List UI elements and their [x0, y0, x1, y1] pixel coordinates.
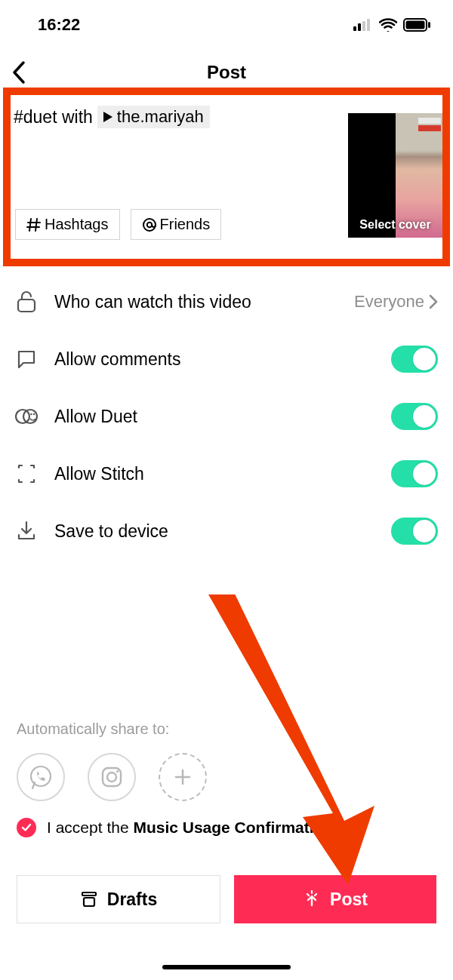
duet-label: Allow Duet: [54, 407, 374, 427]
stitch-icon: [15, 463, 38, 484]
whatsapp-icon: [28, 764, 54, 790]
post-button[interactable]: Post: [234, 875, 436, 923]
hashtags-button[interactable]: Hashtags: [15, 209, 120, 240]
mention-username: the.mariyah: [117, 107, 204, 127]
chip-row: Hashtags Friends: [15, 209, 221, 240]
cellular-icon: [353, 19, 373, 31]
header: Post: [0, 53, 453, 92]
comments-toggle[interactable]: [391, 346, 438, 373]
post-icon: [303, 890, 321, 908]
privacy-row[interactable]: Who can watch this video Everyone: [15, 273, 438, 330]
plus-icon: [173, 767, 193, 787]
stitch-toggle[interactable]: [391, 460, 438, 487]
drafts-icon: [80, 891, 98, 908]
save-toggle[interactable]: [391, 518, 438, 545]
wifi-icon: [379, 18, 397, 32]
status-bar: 16:22: [0, 0, 453, 41]
svg-point-13: [33, 413, 35, 415]
svg-point-17: [116, 770, 119, 773]
stitch-label: Allow Stitch: [54, 464, 374, 484]
page-title: Post: [207, 62, 246, 83]
comment-icon: [15, 349, 38, 369]
svg-rect-2: [362, 21, 365, 31]
home-indicator: [162, 965, 291, 969]
bottom-button-row: Drafts Post: [17, 875, 436, 923]
hashtags-label: Hashtags: [45, 216, 109, 233]
save-row[interactable]: Save to device: [15, 502, 438, 560]
svg-rect-0: [353, 26, 356, 31]
duet-row[interactable]: Allow Duet: [15, 388, 438, 445]
accept-checkbox[interactable]: [17, 818, 36, 837]
accept-text: I accept the Music Usage Confirmation: [47, 819, 333, 837]
friends-label: Friends: [160, 216, 211, 233]
privacy-value: Everyone: [354, 292, 438, 312]
drafts-label: Drafts: [107, 889, 157, 910]
svg-point-7: [143, 219, 156, 231]
comments-label: Allow comments: [54, 349, 374, 370]
settings-list: Who can watch this video Everyone Allow …: [15, 273, 438, 560]
caption-prefix: #duet with: [14, 107, 93, 127]
share-more-button[interactable]: [159, 753, 207, 801]
share-whatsapp-button[interactable]: [17, 753, 65, 801]
duet-toggle[interactable]: [391, 403, 438, 430]
mention-chip[interactable]: the.mariyah: [97, 106, 210, 128]
svg-rect-9: [18, 300, 35, 312]
svg-rect-19: [84, 898, 94, 906]
music-usage-confirmation-row[interactable]: I accept the Music Usage Confirmation: [17, 818, 333, 837]
stitch-row[interactable]: Allow Stitch: [15, 445, 438, 502]
lock-icon: [15, 290, 38, 313]
svg-rect-6: [428, 22, 430, 28]
auto-share-label: Automatically share to:: [17, 720, 169, 738]
svg-rect-18: [82, 892, 96, 896]
share-row: [17, 753, 207, 801]
save-label: Save to device: [54, 521, 374, 542]
back-button[interactable]: [11, 60, 27, 84]
drafts-button[interactable]: Drafts: [17, 875, 220, 923]
at-icon: [142, 217, 157, 232]
download-icon: [15, 521, 38, 542]
friends-button[interactable]: Friends: [131, 209, 222, 240]
svg-point-12: [30, 413, 32, 415]
hashtag-icon: [26, 217, 42, 232]
svg-point-16: [107, 773, 116, 782]
video-thumbnail[interactable]: Select cover: [348, 113, 442, 238]
svg-rect-3: [367, 19, 370, 31]
instagram-icon: [99, 764, 125, 790]
status-time: 16:22: [38, 15, 80, 35]
annotation-arrow: [193, 594, 382, 889]
privacy-label: Who can watch this video: [54, 292, 337, 312]
play-icon: [103, 112, 112, 122]
svg-rect-1: [358, 23, 361, 31]
battery-icon: [403, 18, 430, 32]
select-cover-label[interactable]: Select cover: [359, 218, 430, 232]
post-label: Post: [330, 889, 368, 910]
comments-row[interactable]: Allow comments: [15, 330, 438, 388]
duet-icon: [15, 407, 38, 425]
status-icons: [353, 18, 430, 32]
chevron-right-icon: [429, 294, 438, 309]
svg-rect-5: [406, 20, 425, 29]
share-instagram-button[interactable]: [88, 753, 136, 801]
